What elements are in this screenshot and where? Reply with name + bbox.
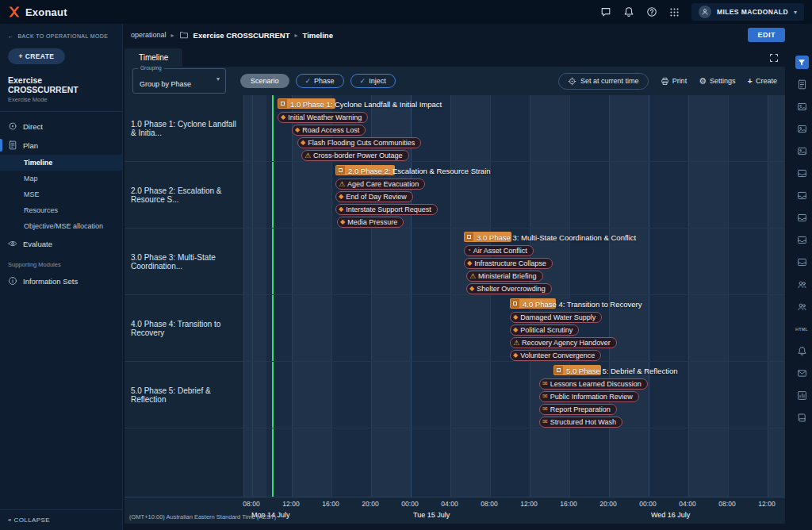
create-label: Create — [756, 77, 777, 85]
envelope-icon: ✉ — [542, 381, 548, 387]
diamond-icon: ◆ — [281, 114, 285, 121]
breadcrumb-exercise[interactable]: Exercise CROSSCURRENT — [193, 31, 290, 40]
inject-pill[interactable]: ◆Volunteer Convergence — [510, 350, 601, 361]
sidebar-item-direct[interactable]: Direct — [0, 117, 122, 136]
print-button[interactable]: Print — [661, 77, 688, 86]
inject-label: Ministerial Briefing — [478, 272, 537, 280]
inject-pill[interactable]: ◆Damaged Water Supply — [510, 312, 602, 323]
inject-pill[interactable]: ⚠Recovery Agency Handover — [510, 337, 617, 348]
phase-icon — [336, 166, 345, 175]
phase-bar[interactable]: 4.0 Phase 4: Transition to Recovery — [510, 298, 556, 309]
report-icon[interactable] — [795, 389, 809, 402]
archive-2-icon[interactable] — [795, 189, 809, 202]
inject-pill[interactable]: ◆Media Pressure — [337, 217, 404, 228]
inject-pill[interactable]: ◆Road Access Lost — [292, 125, 366, 136]
topbar-actions: MILES MACDONALD ▾ — [600, 3, 804, 21]
diamond-icon: ◆ — [469, 286, 474, 292]
inject-pill[interactable]: ◆Shelter Overcrowding — [466, 283, 552, 294]
phase-bar[interactable]: 3.0 Phase 3: Multi-State Coordination & … — [464, 232, 511, 242]
filter-icon[interactable] — [795, 56, 809, 69]
phase-icon — [465, 232, 473, 241]
bell-icon[interactable] — [795, 344, 809, 358]
archive-icon[interactable] — [795, 167, 809, 180]
filter-chip-scenario[interactable]: Scenario — [240, 74, 289, 88]
filter-chip-phase[interactable]: ✓Phase — [296, 74, 344, 88]
user-menu[interactable]: MILES MACDONALD ▾ — [691, 3, 804, 21]
image-panel-2-icon[interactable] — [795, 122, 809, 136]
user-name: MILES MACDONALD — [717, 8, 788, 16]
inject-pill[interactable]: ◆Infrastructure Collapse — [464, 258, 553, 269]
inject-pill[interactable]: ⚠Aged Care Evacuation — [335, 179, 425, 190]
right-toolbar: HTML — [791, 24, 812, 530]
help-icon[interactable] — [646, 6, 657, 17]
group-label[interactable]: 5.0 Phase 5: Debrief & Reflection — [124, 362, 243, 428]
phase-bar[interactable]: 1.0 Phase 1: Cyclone Landfall & Initial … — [278, 98, 335, 109]
inject-pill[interactable]: ◆Flash Flooding Cuts Communities — [297, 137, 421, 148]
sidebar-item-resources[interactable]: Resources — [0, 202, 122, 218]
phase-bar[interactable]: 5.0 Phase 5: Debrief & Reflection — [553, 365, 601, 375]
chat-icon[interactable] — [600, 6, 611, 17]
inject-pill[interactable]: ⚠Ministerial Briefing — [466, 271, 543, 282]
inject-pill[interactable]: ✉Report Preparation — [539, 404, 617, 415]
settings-button[interactable]: ⚙ Settings — [699, 76, 735, 86]
users-icon[interactable] — [795, 278, 809, 291]
inject-label: Damaged Water Supply — [520, 313, 596, 321]
phase-bar[interactable]: 2.0 Phase 2: Escalation & Resource Strai… — [335, 165, 395, 175]
breadcrumb-operational[interactable]: operational — [131, 31, 167, 39]
sidebar-item-timeline[interactable]: Timeline — [0, 155, 122, 171]
fullscreen-icon[interactable] — [769, 53, 779, 63]
inject-pill[interactable]: ◔Air Asset Conflict — [464, 245, 534, 256]
back-to-operational-link[interactable]: ← BACK TO OPERATIONAL MODE — [0, 30, 122, 42]
filter-chip-inject[interactable]: ✓Inject — [350, 74, 396, 88]
users-2-icon[interactable] — [795, 300, 809, 313]
edit-button[interactable]: EDIT — [748, 28, 785, 42]
inject-pill[interactable]: ◆Interstate Support Request — [335, 204, 438, 215]
inject-label: Political Scrutiny — [520, 326, 573, 334]
book-icon[interactable] — [795, 411, 809, 424]
diamond-icon: ◆ — [339, 194, 343, 200]
archive-4-icon[interactable] — [795, 233, 809, 247]
archive-5-icon[interactable] — [795, 255, 809, 269]
timeline-chart: 1.0 Phase 1: Cyclone Landfall & Initia..… — [124, 95, 785, 524]
inject-pill[interactable]: ◆Initial Weather Warning — [278, 112, 368, 123]
archive-3-icon[interactable] — [795, 211, 809, 225]
tab-timeline[interactable]: Timeline — [124, 48, 182, 67]
group-label[interactable]: 1.0 Phase 1: Cyclone Landfall & Initia..… — [124, 95, 243, 162]
sidebar-item-plan[interactable]: Plan — [0, 136, 122, 155]
sidebar-item-objective-mse-allocation[interactable]: Objective/MSE allocation — [0, 218, 122, 234]
sidebar-item-label: Evaluate — [23, 240, 52, 248]
set-current-time-button[interactable]: Set at current time — [558, 73, 649, 90]
sidebar-item-evaluate[interactable]: Evaluate — [0, 234, 122, 253]
inject-label: Public Information Review — [550, 393, 633, 401]
create-button[interactable]: + CREATE — [8, 48, 65, 64]
sidebar-item-information-sets[interactable]: Information Sets — [0, 271, 122, 290]
image-panel-icon[interactable] — [795, 100, 809, 113]
breadcrumb-timeline[interactable]: Timeline — [303, 31, 333, 40]
sidebar-item-map[interactable]: Map — [0, 171, 122, 186]
image-panel-3-icon[interactable] — [795, 144, 809, 158]
diamond-icon: ◆ — [513, 327, 518, 333]
plus-icon: + — [748, 76, 753, 86]
group-label[interactable]: 3.0 Phase 3: Multi-State Coordination... — [124, 229, 243, 295]
mail-icon[interactable] — [795, 367, 809, 380]
create-inject-button[interactable]: + Create — [748, 76, 777, 86]
group-label[interactable]: 2.0 Phase 2: Escalation & Resource S... — [124, 162, 243, 229]
inject-label: Structured Hot Wash — [550, 418, 616, 426]
inject-pill[interactable]: ✉Lessons Learned Discussion — [539, 378, 648, 390]
inject-pill[interactable]: ⚠Cross-border Power Outage — [301, 150, 409, 161]
collapse-button[interactable]: « COLLAPSE — [0, 509, 122, 530]
inject-pill[interactable]: ◆Political Scrutiny — [510, 325, 579, 336]
axis-tick: 16:00 — [322, 500, 339, 508]
axis-tick: 12:00 — [520, 500, 537, 508]
inject-pill[interactable]: ✉Public Information Review — [539, 391, 639, 402]
apps-icon[interactable] — [669, 7, 680, 17]
inject-pill[interactable]: ✉Structured Hot Wash — [539, 417, 622, 428]
grouping-select[interactable]: Grouping Group by Phase ▾ — [132, 68, 226, 94]
document-icon[interactable] — [795, 78, 809, 91]
sidebar-item-mse[interactable]: MSE — [0, 186, 122, 202]
inject-pill[interactable]: ◆End of Day Review — [335, 191, 413, 202]
html-icon[interactable]: HTML — [795, 322, 809, 336]
group-label[interactable]: 4.0 Phase 4: Transition to Recovery — [124, 295, 243, 362]
notifications-icon[interactable] — [623, 6, 634, 17]
inject-label: Aged Care Evacuation — [347, 180, 419, 188]
